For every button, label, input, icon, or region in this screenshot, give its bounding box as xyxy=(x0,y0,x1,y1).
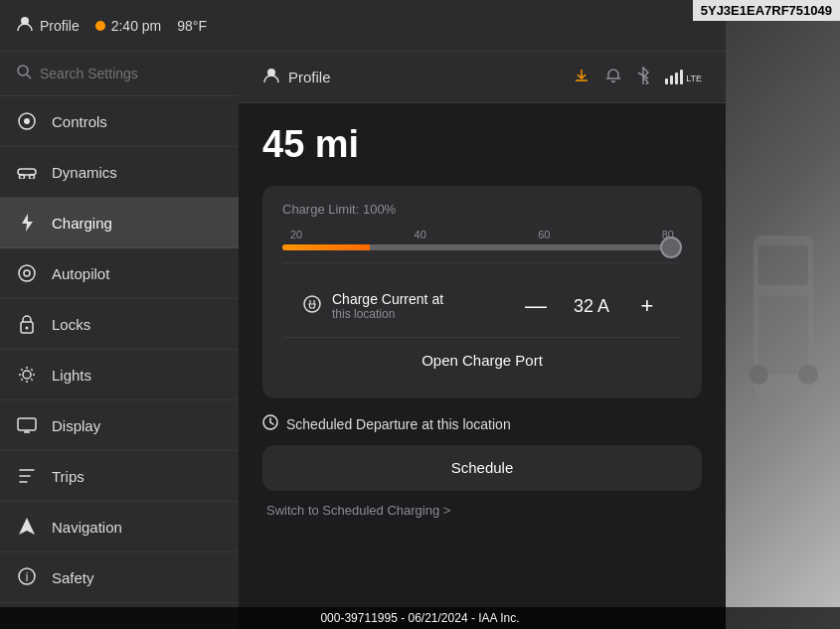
card-divider xyxy=(282,262,682,263)
tick-60: 60 xyxy=(538,229,550,240)
svg-point-11 xyxy=(26,327,29,330)
locks-label: Locks xyxy=(52,316,90,333)
autopilot-label: Autopilot xyxy=(52,265,109,282)
temperature-item: 98°F xyxy=(177,18,207,34)
alert-dot xyxy=(95,21,105,31)
scheduled-departure-label: Scheduled Departure at this location xyxy=(262,414,702,433)
tick-40: 40 xyxy=(415,229,426,240)
decrement-button[interactable]: — xyxy=(521,291,551,321)
charging-icon xyxy=(16,212,38,234)
safety-label: Safety xyxy=(52,569,94,586)
sidebar-item-safety[interactable]: i Safety xyxy=(0,552,239,603)
header-profile-label: Profile xyxy=(288,69,331,85)
sidebar-item-dynamics[interactable]: Dynamics xyxy=(0,147,239,198)
clock-icon xyxy=(262,414,278,433)
lights-icon xyxy=(16,364,38,386)
slider-ticks: 20 40 60 80 xyxy=(290,229,674,240)
time-display: 2:40 pm xyxy=(111,18,162,34)
svg-rect-32 xyxy=(758,295,808,375)
bluetooth-icon xyxy=(637,67,649,88)
svg-rect-21 xyxy=(18,418,36,430)
tick-20: 20 xyxy=(290,229,302,240)
svg-point-9 xyxy=(24,270,30,276)
charging-label: Charging xyxy=(52,215,112,232)
sidebar-item-trips[interactable]: Trips xyxy=(0,451,239,502)
svg-point-12 xyxy=(23,371,31,379)
sidebar-item-controls[interactable]: Controls xyxy=(0,96,239,147)
sidebar-item-autopilot[interactable]: Autopilot xyxy=(0,248,239,299)
current-value: 32 A xyxy=(567,296,616,317)
dynamics-label: Dynamics xyxy=(52,164,117,181)
dynamics-icon xyxy=(16,161,38,183)
scheduled-departure-section: Scheduled Departure at this location Sch… xyxy=(262,414,702,518)
svg-line-19 xyxy=(31,369,32,370)
charge-current-controls: — 32 A + xyxy=(521,291,662,321)
display-icon xyxy=(16,414,38,436)
sidebar-item-display[interactable]: Display xyxy=(0,400,239,451)
display-label: Display xyxy=(52,417,100,434)
sidebar-item-navigation[interactable]: Navigation xyxy=(0,502,239,552)
slider-thumb[interactable] xyxy=(660,236,682,258)
trips-label: Trips xyxy=(52,468,84,485)
main-screen: Profile 2:40 pm 98°F xyxy=(0,0,726,629)
charge-current-label: Charge Current at xyxy=(332,291,443,307)
svg-point-7 xyxy=(30,175,35,180)
lights-label: Lights xyxy=(52,367,91,384)
controls-label: Controls xyxy=(52,113,107,130)
controls-icon xyxy=(16,110,38,132)
switch-charging-link[interactable]: Switch to Scheduled Charging > xyxy=(266,503,702,518)
charge-limit-label: Charge Limit: 100% xyxy=(282,202,682,217)
time-item: 2:40 pm xyxy=(95,18,162,34)
sidebar: Controls Dynamics Char xyxy=(0,52,239,629)
svg-text:i: i xyxy=(26,570,29,584)
car-background-area xyxy=(726,0,840,629)
bell-icon xyxy=(605,68,621,87)
slider-fill-orange xyxy=(282,244,370,250)
temperature-display: 98°F xyxy=(177,18,207,34)
search-icon xyxy=(16,64,32,83)
sidebar-item-locks[interactable]: Locks xyxy=(0,299,239,350)
navigation-label: Navigation xyxy=(52,519,122,536)
safety-icon: i xyxy=(16,566,38,588)
profile-status-item[interactable]: Profile xyxy=(16,15,80,36)
svg-rect-34 xyxy=(798,365,818,385)
svg-line-2 xyxy=(27,75,31,79)
charge-current-sublabel: this location xyxy=(332,307,443,321)
trips-icon xyxy=(16,465,38,487)
slider-track xyxy=(282,244,682,250)
svg-line-18 xyxy=(31,379,32,380)
lock-icon xyxy=(16,313,38,335)
vin-badge: 5YJ3E1EA7RF751049 xyxy=(693,0,840,21)
right-panel: Profile xyxy=(239,52,726,629)
main-content: Controls Dynamics Char xyxy=(0,52,726,629)
svg-point-8 xyxy=(19,265,35,281)
watermark: 000-39711995 - 06/21/2024 - IAA Inc. xyxy=(0,607,840,629)
autopilot-icon xyxy=(16,262,38,284)
header-profile[interactable]: Profile xyxy=(262,67,331,87)
navigation-icon xyxy=(16,516,38,538)
header-bar: Profile xyxy=(239,52,726,103)
charge-limit-card: Charge Limit: 100% 20 40 60 80 xyxy=(262,186,702,398)
slider-fill-gray xyxy=(370,244,661,250)
svg-point-1 xyxy=(18,66,28,76)
search-bar[interactable] xyxy=(0,52,239,96)
person-icon-status xyxy=(16,15,34,36)
sidebar-item-lights[interactable]: Lights xyxy=(0,350,239,400)
schedule-button[interactable]: Schedule xyxy=(262,445,702,491)
open-charge-port-button[interactable]: Open Charge Port xyxy=(282,338,682,383)
charge-limit-slider[interactable] xyxy=(282,244,682,250)
charge-plug-icon xyxy=(302,294,322,318)
svg-line-20 xyxy=(21,379,22,380)
increment-button[interactable]: + xyxy=(632,291,662,321)
charge-current-row: Charge Current at this location — 32 A + xyxy=(282,275,682,337)
header-person-icon xyxy=(262,67,280,87)
profile-status-label: Profile xyxy=(40,18,80,34)
svg-rect-31 xyxy=(758,245,808,285)
svg-point-6 xyxy=(20,175,25,180)
status-bar: Profile 2:40 pm 98°F xyxy=(0,0,726,52)
sidebar-item-charging[interactable]: Charging xyxy=(0,198,239,248)
header-icons: LTE xyxy=(574,67,702,88)
charge-current-labels: Charge Current at this location xyxy=(332,291,443,321)
download-icon xyxy=(574,68,589,87)
search-input[interactable] xyxy=(40,66,223,81)
